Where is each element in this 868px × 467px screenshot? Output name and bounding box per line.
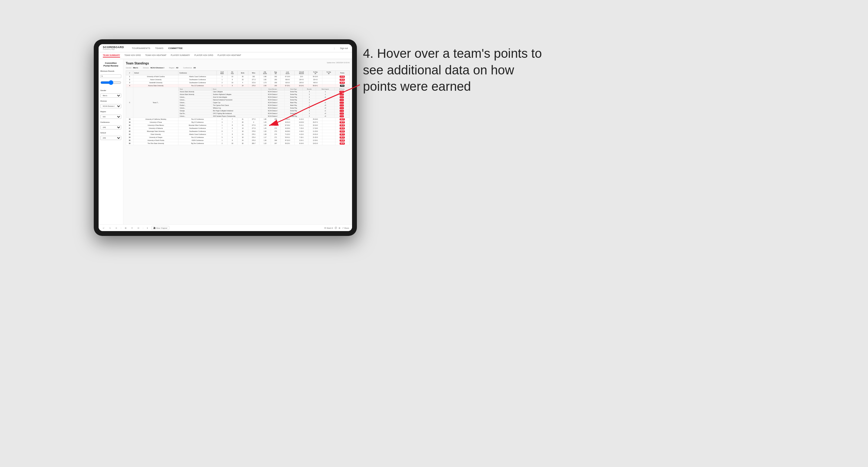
tab-player-summary[interactable]: PLAYER SUMMARY [170, 54, 190, 58]
table-row[interactable]: 23 Duke University Atlantic Coast Confer… [126, 133, 350, 136]
cell-points[interactable]: 80.94 [335, 142, 349, 145]
cell-conf-rank: 1 [217, 84, 227, 87]
cell-wins: 277.2 [248, 118, 259, 121]
share-button[interactable]: ↗ Share [342, 227, 349, 229]
cell-vs25: 19-21-0 [309, 142, 322, 145]
filter-division-value: NCAA Division I [150, 67, 164, 69]
cell-school[interactable]: Duke University [133, 133, 179, 136]
filter-conference-label: Conference: [183, 67, 192, 69]
cell-school[interactable]: Mississippi State University [133, 130, 179, 133]
cell-conference: Pac-12 Conference [179, 84, 217, 87]
toolbar-grid[interactable]: ⊞ [124, 226, 128, 229]
cell-overall: 4-16-0 [294, 130, 309, 133]
cell-no-tour: 7 [227, 130, 238, 133]
cell-no-tour: 7 [227, 121, 238, 124]
toolbar-redo[interactable]: ↪ [108, 226, 112, 229]
cell-no-tour: 8 [227, 139, 238, 142]
tab-team-h2h-grid[interactable]: TEAM H2H GRID [124, 54, 141, 58]
region-select[interactable]: N/A East West All [100, 115, 121, 119]
toolbar-refresh[interactable]: ⊙ [114, 226, 118, 229]
table-row[interactable]: 22 Mississippi State University Southeas… [126, 130, 350, 133]
cell-wins: 278.6 [248, 130, 259, 133]
cell-points[interactable]: 88.14 [335, 136, 349, 139]
cell-conference: Southeastern Conference [179, 127, 217, 130]
cell-rank: 21 [126, 127, 133, 130]
toolbar-info[interactable]: ℹ [146, 226, 149, 229]
sidebar-label-region: Region [100, 111, 121, 113]
watch-button[interactable]: 👁 Watch ▾ [324, 227, 333, 229]
cell-wins: 279.3 [248, 139, 259, 142]
cell-conf-rank: 1 [217, 124, 227, 127]
toolbar-minus[interactable]: ⊡ [136, 226, 140, 229]
toolbar-plus[interactable]: ✦ [130, 226, 134, 229]
cell-conference: Mountain West Conference [179, 124, 217, 127]
cell-avg-sg: 267 [271, 142, 280, 145]
points-badge[interactable]: 83.81 [340, 130, 345, 132]
sidebar-label-school: School [100, 132, 121, 134]
min-rounds-slider[interactable] [100, 79, 121, 86]
cell-school[interactable]: Vanderbilt University [133, 81, 179, 84]
bottom-toolbar: ↩ ↪ ⊙ | ⊞ ✦ ⊡ | ℹ 🎥 View: Original 👁 Wat… [99, 224, 352, 231]
school-select[interactable]: (All) [100, 136, 121, 140]
cell-no-tour: 6 [227, 136, 238, 139]
exp-cell-event: Copper Cup [212, 101, 261, 104]
points-badge[interactable]: 88.14 [340, 136, 345, 138]
cell-vs50 [322, 130, 335, 133]
cell-bnds: 26 [237, 142, 248, 145]
tab-team-summary[interactable]: TEAM SUMMARY [103, 54, 120, 58]
cell-wins: 277.3 [248, 78, 259, 81]
cell-school[interactable]: Auburn University [133, 78, 179, 81]
cell-school[interactable]: University of Oregon [133, 136, 179, 139]
cell-points[interactable]: 83.09 [335, 139, 349, 142]
sign-out-link[interactable]: Sign out [340, 47, 348, 49]
cell-school[interactable]: The Ohio State University [133, 142, 179, 145]
points-badge[interactable]: 80.94 [340, 143, 345, 145]
table-row[interactable]: 24 University of Oregon Pac-12 Conferenc… [126, 136, 350, 139]
cell-rank: 2 [126, 78, 133, 81]
cell-school[interactable]: University of North Florida [133, 139, 179, 142]
view-selector[interactable]: 🎥 View: Original [151, 226, 169, 230]
nav-teams[interactable]: TEAMS [155, 46, 163, 50]
cell-vs25: 11-23-0 [309, 130, 322, 133]
cell-no-tour: 9 [227, 78, 238, 81]
cell-conference: Big 12 Conference [179, 121, 217, 124]
min-rounds-input[interactable] [100, 74, 121, 78]
table-row[interactable]: 26 The Ohio State University Big Ten Con… [126, 142, 350, 145]
cell-school[interactable]: University of North Carolina [133, 75, 179, 78]
tab-player-h2h-heatmap[interactable]: PLAYER H2H HEATMAP [217, 54, 241, 58]
cell-school[interactable]: University of California, Berkeley [133, 118, 179, 121]
points-badge[interactable]: 88.71 [340, 133, 345, 135]
cell-adj-score: 1.30 [259, 139, 271, 142]
conference-select[interactable]: (All) ACC Big 12 SEC [100, 125, 121, 129]
cell-rank: 24 [126, 136, 133, 139]
col-vs50: Vs Top50 [322, 71, 335, 75]
cell-school[interactable]: University of Texas [133, 121, 179, 124]
cell-points[interactable]: 88.71 [335, 133, 349, 136]
cell-wins: 275.5 [248, 84, 259, 87]
cell-school[interactable]: University of New Mexico [133, 124, 179, 127]
sidebar-label-division: Division [100, 100, 121, 102]
nav-committee[interactable]: COMMITTEE [168, 46, 183, 50]
nav-tournaments[interactable]: TOURNAMENTS [132, 46, 150, 50]
points-badge[interactable]: 83.09 [340, 139, 345, 142]
cell-school[interactable]: University of Alabama [133, 127, 179, 130]
toolbar-undo[interactable]: ↩ [102, 226, 105, 229]
grid-button[interactable]: ⊞ [339, 227, 340, 229]
gender-select[interactable]: Men's Women's All [100, 93, 121, 98]
col-bnds: Bnds [237, 71, 248, 75]
cell-no-tour: 19 [227, 81, 238, 84]
division-select[interactable]: NCAA Division I NCAA Division II All [100, 104, 121, 108]
tab-player-h2h-grid[interactable]: PLAYER H2H GRID [194, 54, 214, 58]
toolbar-sep1: | [121, 226, 121, 229]
exp-cell-event: Ben Hogan Collegiate Invitational [212, 110, 261, 112]
col-conference: Conference [179, 71, 217, 75]
sidebar-label-gender: Gender [100, 90, 121, 91]
tab-team-h2h-heatmap[interactable]: TEAM H2H HEATMAP [145, 54, 166, 58]
comment-button[interactable]: 💬 [335, 227, 337, 229]
table-row[interactable]: 25 University of North Florida ASUN Conf… [126, 139, 350, 142]
cell-rank: 18 [126, 118, 133, 121]
cell-conf-rank: 2 [217, 142, 227, 145]
cell-points[interactable]: 83.81 [335, 130, 349, 133]
cell-school[interactable]: Arizona State University [133, 84, 179, 87]
sidebar-section-region: Region N/A East West All [100, 111, 121, 119]
